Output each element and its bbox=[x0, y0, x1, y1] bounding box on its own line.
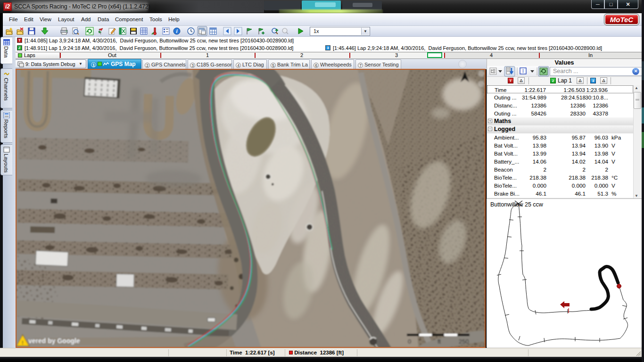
svg-text:250: 250 bbox=[459, 338, 469, 345]
svg-text:0: 0 bbox=[408, 338, 411, 345]
svg-text:!: ! bbox=[22, 340, 23, 346]
svg-text:ft: ft bbox=[438, 338, 441, 345]
svg-text:vered by Google: vered by Google bbox=[28, 337, 80, 345]
svg-text:I: I bbox=[522, 68, 524, 74]
